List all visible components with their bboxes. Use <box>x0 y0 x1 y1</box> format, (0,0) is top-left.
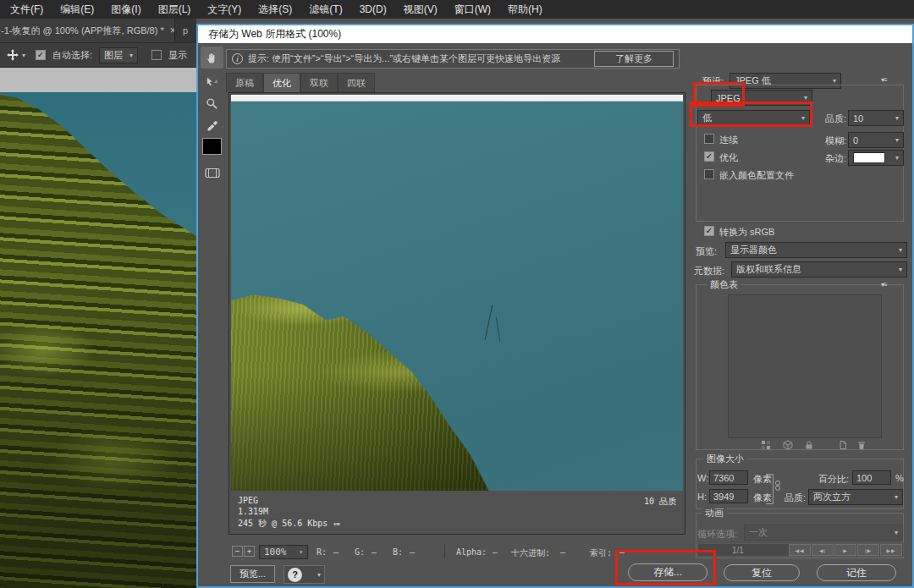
view-tabs: 原稿 优化 双联 四联 <box>226 73 375 92</box>
menu-edit[interactable]: 编辑(E) <box>52 3 102 17</box>
zoom-level-select[interactable]: 100% ▾ <box>259 545 308 559</box>
blur-stepper[interactable]: 0 ▾ <box>848 132 904 148</box>
remember-button[interactable]: 记住 <box>817 564 896 581</box>
resample-quality-dropdown[interactable]: 两次立方 ▾ <box>808 489 903 505</box>
divider <box>444 544 445 558</box>
percent-field[interactable]: 100 <box>852 470 891 485</box>
menu-file[interactable]: 文件(F) <box>2 3 52 17</box>
optimized-checkbox[interactable]: ✓ <box>704 151 714 162</box>
show-transform-checkbox[interactable] <box>151 50 162 60</box>
color-table-menu-icon[interactable]: ▾≡ <box>881 281 887 289</box>
width-field[interactable]: 7360 <box>709 470 748 485</box>
tab-4up[interactable]: 四联 <box>338 73 375 92</box>
menu-view[interactable]: 视图(V) <box>395 3 446 17</box>
image-size-title: 图像大小 <box>703 453 747 464</box>
delete-color-icon[interactable] <box>856 440 867 450</box>
embed-color-profile-label: 嵌入颜色配置文件 <box>719 169 794 182</box>
slice-select-tool-button[interactable] <box>201 70 223 92</box>
document-tab-partial[interactable]: p <box>174 19 196 42</box>
preview-filesize: 1.319M <box>238 507 268 516</box>
height-field[interactable]: 3949 <box>709 489 748 503</box>
browser-icon: ? <box>288 568 302 582</box>
loop-options-dropdown[interactable]: 一次 ▾ <box>744 525 903 541</box>
menu-help[interactable]: 帮助(H) <box>499 3 551 17</box>
eyedropper-tool-button[interactable] <box>201 114 223 136</box>
eyedropper-color-swatch[interactable] <box>202 138 222 155</box>
chevron-down-icon: ▾ <box>892 154 899 162</box>
metadata-dropdown[interactable]: 版权和联系信息 ▾ <box>731 261 907 278</box>
progressive-checkbox[interactable] <box>704 134 714 144</box>
tip-text: 提示: 使用“文件”>“导出”>“导出为...”或右键单击某个图层可更快速地导出… <box>248 52 560 65</box>
chevron-down-icon: ▾ <box>892 136 899 144</box>
menu-3d[interactable]: 3D(D) <box>351 3 395 15</box>
preview-download-time: 245 秒 @ 56.6 Kbps ▾≡ <box>238 518 339 530</box>
web-shift-icon[interactable] <box>783 440 793 450</box>
app-menu-bar: 文件(F) 编辑(E) 图像(I) 图层(L) 文字(Y) 选择(S) 滤镜(T… <box>0 0 914 19</box>
quality-value: 10 <box>853 113 863 124</box>
learn-more-button[interactable]: 了解更多 <box>594 51 674 67</box>
convert-srgb-label: 转换为 sRGB <box>719 226 774 239</box>
menu-window[interactable]: 窗口(W) <box>446 3 499 17</box>
save-button[interactable]: 存储... <box>628 563 708 581</box>
optimized-label: 优化 <box>719 151 738 164</box>
menu-image[interactable]: 图像(I) <box>102 3 149 17</box>
zoom-out-button[interactable]: − <box>232 546 243 557</box>
toggle-slices-visibility-button[interactable] <box>201 162 223 184</box>
optimized-preview-image[interactable] <box>231 95 683 491</box>
alpha-value: — <box>493 547 498 557</box>
hand-tool-button[interactable] <box>201 47 223 69</box>
menu-select[interactable]: 选择(S) <box>250 3 300 17</box>
auto-select-dropdown[interactable]: 图层 ▾ <box>99 47 138 63</box>
next-frame-button[interactable]: |▶ <box>857 544 879 556</box>
play-button[interactable]: ▶ <box>834 544 856 556</box>
link-dimensions-icon[interactable] <box>774 480 781 492</box>
chevron-down-icon: ▾ <box>891 493 898 501</box>
document-tab[interactable]: 景-1-恢复的 @ 100% (APP推荐, RGB/8) * × <box>0 19 174 42</box>
first-frame-button[interactable]: ◀◀ <box>789 544 811 556</box>
format-dropdown[interactable]: JPEG ▾ <box>711 90 812 106</box>
color-table-swatches-area <box>728 294 882 438</box>
chevron-down-icon: ▾ <box>129 52 133 59</box>
document-tab-bar: 景-1-恢复的 @ 100% (APP推荐, RGB/8) * × p <box>0 19 196 42</box>
tab-2up[interactable]: 双联 <box>300 73 338 92</box>
chevron-down-icon[interactable]: ▾ <box>19 52 29 59</box>
convert-srgb-checkbox[interactable]: ✓ <box>704 226 714 236</box>
new-color-icon[interactable] <box>838 440 848 450</box>
preset-menu-icon[interactable]: ▾≡ <box>881 76 887 84</box>
preview-color-label: 预览: <box>696 245 717 258</box>
previous-frame-button[interactable]: ◀| <box>812 544 834 556</box>
zoom-in-button[interactable]: + <box>244 546 255 557</box>
document-tab-partial-label: p <box>183 25 188 36</box>
menu-layer[interactable]: 图层(L) <box>150 3 200 17</box>
info-icon: i <box>232 53 243 64</box>
menu-filter[interactable]: 滤镜(T) <box>300 3 350 17</box>
blur-value: 0 <box>853 135 858 146</box>
blur-label: 模糊: <box>818 135 846 147</box>
resample-quality-value: 两次立方 <box>813 491 851 503</box>
animation-title: 动画 <box>702 508 727 519</box>
preview-color-dropdown[interactable]: 显示器颜色 ▾ <box>725 242 907 258</box>
tab-original[interactable]: 原稿 <box>226 73 263 92</box>
percent-unit: % <box>895 473 904 483</box>
chevron-down-icon: ▾ <box>891 529 898 536</box>
browser-select-control[interactable]: ? ▾ <box>284 565 325 584</box>
auto-select-checkbox[interactable]: ✓ <box>36 50 46 60</box>
chevron-down-icon: ▾ <box>829 77 836 85</box>
compression-quality-dropdown[interactable]: 低 ▾ <box>697 110 810 126</box>
twig-graphic <box>485 305 493 339</box>
zoom-tool-button[interactable] <box>201 92 223 114</box>
preview-in-browser-button[interactable]: 预览... <box>230 565 275 583</box>
tab-optimized[interactable]: 优化 <box>263 73 300 92</box>
download-speed-menu-icon[interactable]: ▾≡ <box>333 520 339 528</box>
embed-color-profile-checkbox[interactable] <box>704 169 714 179</box>
menu-type[interactable]: 文字(Y) <box>199 3 250 17</box>
last-frame-button[interactable]: ▶▶ <box>880 544 902 556</box>
metadata-value: 版权和联系信息 <box>736 263 801 276</box>
map-transparency-icon[interactable] <box>761 440 771 450</box>
reset-button[interactable]: 复位 <box>724 564 800 581</box>
photoshop-save-for-web-screen: 文件(F) 编辑(E) 图像(I) 图层(L) 文字(Y) 选择(S) 滤镜(T… <box>0 0 914 588</box>
lock-color-icon[interactable] <box>804 440 814 450</box>
loop-options-value: 一次 <box>749 526 768 539</box>
matte-dropdown[interactable]: ▾ <box>848 150 904 166</box>
quality-stepper[interactable]: 10 ▾ <box>848 110 904 126</box>
